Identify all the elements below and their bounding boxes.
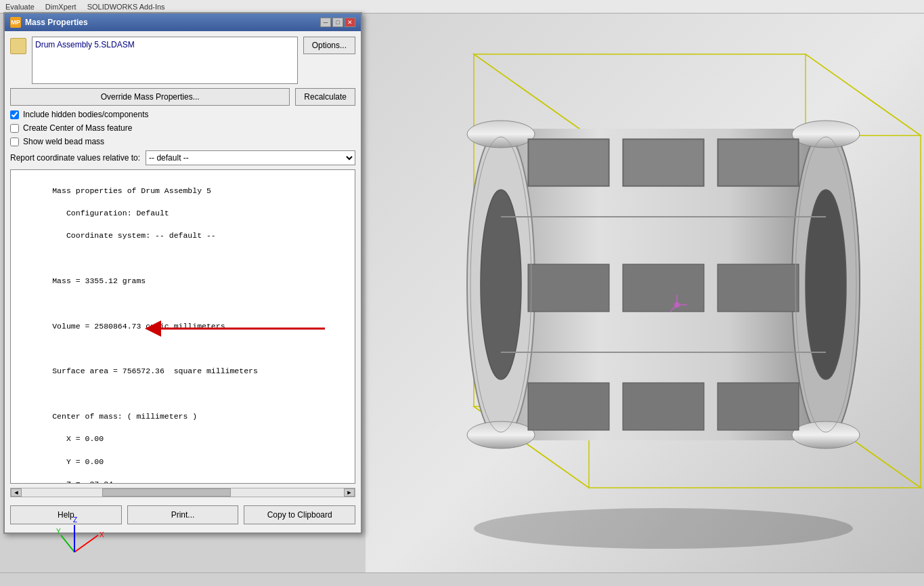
action-buttons-row: Override Mass Properties... Recalculate (10, 88, 355, 106)
include-hidden-label: Include hidden bodies/components (23, 110, 148, 119)
svg-point-14 (792, 121, 860, 148)
recalculate-button[interactable]: Recalculate (295, 88, 355, 106)
dialog-icon: MP (10, 17, 21, 28)
scroll-left-btn[interactable]: ◄ (11, 488, 22, 497)
svg-point-11 (806, 190, 846, 379)
titlebar-controls: ─ □ ✕ (320, 18, 355, 27)
svg-rect-25 (528, 383, 609, 430)
toolbar-item-dimxpert[interactable]: DimXpert (43, 2, 79, 12)
svg-rect-17 (529, 140, 608, 185)
print-button[interactable]: Print... (127, 505, 239, 524)
svg-rect-24 (718, 264, 799, 312)
toolbar: Evaluate DimXpert SOLIDWORKS Add-Ins (0, 0, 924, 14)
horizontal-scrollbar[interactable]: ◄ ► (10, 488, 355, 497)
mass-properties-dialog: MP Mass Properties ─ □ ✕ Drum Assembly 5… (3, 12, 362, 534)
show-weld-checkbox[interactable] (10, 138, 19, 146)
svg-line-39 (74, 535, 98, 552)
copy-clipboard-button[interactable]: Copy to Clipboard (244, 505, 355, 524)
include-hidden-checkbox[interactable] (10, 110, 19, 119)
title-left: MP Mass Properties (10, 17, 88, 28)
bottom-buttons: Help Print... Copy to Clipboard (10, 501, 355, 527)
dialog-body: Drum Assembly 5.SLDASM Options... Overri… (5, 31, 361, 532)
create-center-label: Create Center of Mass feature (23, 123, 132, 133)
dialog-titlebar: MP Mass Properties ─ □ ✕ (5, 14, 361, 31)
svg-line-40 (61, 535, 74, 552)
cad-viewport (366, 14, 924, 586)
coordinate-label: Report coordinate values relative to: (10, 153, 140, 163)
help-button[interactable]: Help (10, 505, 122, 524)
results-text: Mass properties of Drum Assembly 5 Confi… (15, 174, 351, 484)
scroll-track (22, 488, 344, 497)
show-weld-row: Show weld bead mass (10, 137, 355, 146)
override-button[interactable]: Override Mass Properties... (10, 88, 290, 106)
create-center-row: Create Center of Mass feature (10, 123, 355, 133)
coordinate-row: Report coordinate values relative to: --… (10, 150, 355, 165)
svg-rect-21 (719, 140, 797, 185)
dialog-title: Mass Properties (25, 18, 88, 27)
cad-drawing (366, 14, 924, 586)
maximize-button[interactable]: □ (332, 18, 343, 27)
svg-rect-26 (623, 383, 704, 430)
include-hidden-row: Include hidden bodies/components (10, 110, 355, 119)
svg-rect-22 (528, 264, 609, 312)
assembly-icon (10, 38, 26, 54)
results-area[interactable]: Mass properties of Drum Assembly 5 Confi… (10, 169, 355, 484)
bottom-bar (0, 572, 924, 586)
svg-rect-19 (624, 140, 703, 185)
create-center-checkbox[interactable] (10, 124, 19, 133)
minimize-button[interactable]: ─ (320, 18, 331, 27)
toolbar-item-evaluate[interactable]: Evaluate (3, 2, 37, 12)
scroll-thumb[interactable] (102, 488, 231, 497)
svg-rect-23 (623, 264, 704, 312)
toolbar-item-addins[interactable]: SOLIDWORKS Add-Ins (85, 2, 168, 12)
svg-point-12 (467, 121, 535, 148)
svg-point-15 (792, 421, 860, 448)
options-button[interactable]: Options... (303, 37, 355, 54)
svg-point-10 (481, 190, 521, 379)
svg-point-13 (467, 421, 535, 448)
show-weld-label: Show weld bead mass (23, 137, 104, 146)
close-button[interactable]: ✕ (345, 18, 355, 27)
svg-point-32 (474, 508, 853, 549)
scroll-right-btn[interactable]: ► (344, 488, 355, 497)
svg-rect-27 (718, 383, 799, 430)
assembly-section: Drum Assembly 5.SLDASM Options... (10, 37, 355, 84)
coordinate-select[interactable]: -- default -- (146, 150, 355, 165)
assembly-input[interactable]: Drum Assembly 5.SLDASM (32, 37, 298, 84)
